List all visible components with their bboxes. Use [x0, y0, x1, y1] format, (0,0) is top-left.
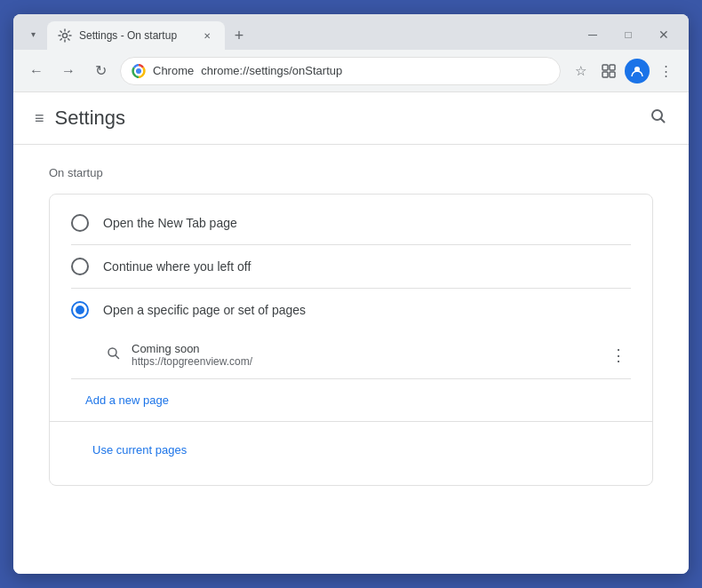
- settings-body: PC On startup Open the New Tab page Cont…: [13, 145, 689, 507]
- window-controls: ─ □ ✕: [575, 23, 682, 46]
- address-input[interactable]: Chrome chrome://settings/onStartup: [120, 57, 561, 85]
- add-page-row: Add a new page: [50, 379, 652, 421]
- active-tab[interactable]: Settings - On startup ✕: [47, 21, 225, 50]
- svg-rect-4: [602, 65, 608, 70]
- svg-rect-7: [610, 72, 615, 77]
- forward-btn[interactable]: →: [56, 59, 81, 83]
- address-bar: ← → ↻ Chrome chrome://settings/onStartup…: [13, 50, 689, 92]
- settings-page-title: Settings: [55, 107, 126, 130]
- add-new-page-link[interactable]: Add a new page: [64, 383, 190, 417]
- svg-rect-5: [610, 65, 615, 70]
- extensions-btn[interactable]: [596, 59, 621, 83]
- use-current-pages-link[interactable]: Use current pages: [71, 433, 208, 467]
- hamburger-menu-btn[interactable]: ≡: [35, 109, 44, 128]
- svg-point-0: [63, 34, 68, 38]
- url-entry: Coming soon https://topgreenview.com/ ⋮: [50, 331, 652, 378]
- radio-continue[interactable]: [71, 258, 89, 275]
- option-new-tab-label: Open the New Tab page: [103, 216, 237, 230]
- profile-icon: [630, 64, 644, 78]
- profile-btn[interactable]: [625, 59, 650, 83]
- settings-search-btn[interactable]: [650, 107, 667, 130]
- tab-strip: ▾ Settings - On startup ✕ +: [20, 21, 575, 50]
- address-right-icons: ☆ ⋮: [568, 59, 678, 83]
- settings-tab-icon: [58, 28, 72, 43]
- option-continue[interactable]: Continue where you left off: [50, 245, 652, 288]
- browser-name-label: Chrome: [153, 64, 194, 77]
- settings-title-wrap: ≡ Settings: [35, 107, 125, 130]
- new-tab-btn[interactable]: +: [227, 23, 251, 48]
- tab-dropdown-btn[interactable]: ▾: [20, 21, 45, 46]
- menu-btn[interactable]: ⋮: [653, 59, 678, 83]
- page-content: ≡ Settings PC On startup: [13, 92, 689, 574]
- options-card: Open the New Tab page Continue where you…: [49, 194, 653, 486]
- back-btn[interactable]: ←: [24, 59, 49, 83]
- svg-point-3: [137, 68, 141, 73]
- radio-specific-dot: [76, 306, 84, 314]
- url-text: chrome://settings/onStartup: [201, 64, 549, 77]
- chrome-logo-icon: [132, 64, 146, 78]
- option-continue-label: Continue where you left off: [103, 259, 251, 274]
- url-search-icon: [107, 346, 121, 363]
- search-icon: [650, 107, 667, 125]
- url-entry-menu-btn[interactable]: ⋮: [606, 343, 631, 368]
- settings-header: ≡ Settings: [13, 92, 689, 145]
- option-specific-label: Open a specific page or set of pages: [103, 303, 306, 317]
- reload-btn[interactable]: ↻: [88, 59, 113, 83]
- tab-close-btn[interactable]: ✕: [200, 28, 214, 43]
- url-info: Coming soon https://topgreenview.com/: [132, 342, 595, 368]
- url-site-address: https://topgreenview.com/: [132, 355, 595, 368]
- close-btn[interactable]: ✕: [646, 23, 682, 46]
- tab-title: Settings - On startup: [79, 29, 193, 42]
- extensions-icon: [601, 63, 617, 79]
- use-current-row: Use current pages: [50, 422, 652, 478]
- title-bar: ▾ Settings - On startup ✕ + ─ □ ✕: [13, 14, 689, 50]
- option-new-tab[interactable]: Open the New Tab page: [50, 202, 652, 244]
- bookmark-btn[interactable]: ☆: [568, 59, 593, 83]
- option-specific[interactable]: Open a specific page or set of pages: [50, 289, 652, 331]
- url-search-glyph: [107, 346, 121, 361]
- on-startup-label: On startup: [49, 166, 653, 179]
- minimize-btn[interactable]: ─: [575, 23, 610, 46]
- svg-rect-6: [602, 72, 608, 77]
- maximize-btn[interactable]: □: [610, 23, 646, 46]
- url-site-title: Coming soon: [132, 342, 595, 355]
- browser-window: ▾ Settings - On startup ✕ + ─ □ ✕ ← →: [13, 14, 689, 574]
- radio-specific[interactable]: [71, 301, 89, 319]
- radio-new-tab[interactable]: [71, 214, 89, 232]
